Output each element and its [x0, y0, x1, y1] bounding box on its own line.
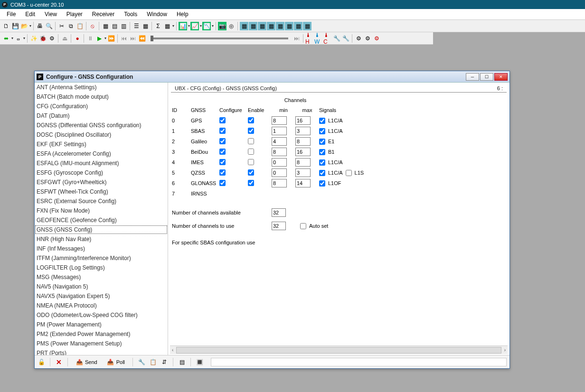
list-item[interactable]: ANT (Antenna Settings)	[35, 83, 168, 92]
list-item[interactable]: ITFM (Jamming/Interference Monitor)	[35, 253, 168, 263]
panel1-icon[interactable]: ▦	[240, 22, 248, 30]
list-item[interactable]: LOGFILTER (Log Settings)	[35, 263, 168, 272]
min-input[interactable]	[272, 158, 287, 167]
menu-window[interactable]: Window	[142, 9, 172, 19]
footer-tool3-icon[interactable]: ⇵	[160, 358, 168, 366]
eject-icon[interactable]: ⏏	[60, 34, 69, 43]
configure-checkbox[interactable]	[219, 117, 226, 123]
list-item[interactable]: BATCH (Batch mode output)	[35, 92, 168, 102]
enable-checkbox[interactable]	[248, 169, 254, 176]
min-input[interactable]	[272, 116, 287, 125]
channels-use-input[interactable]	[272, 222, 286, 230]
configure-checkbox[interactable]	[219, 180, 226, 186]
view1-icon[interactable]: ▦	[101, 22, 110, 30]
poll-button[interactable]: 📥Poll	[104, 357, 128, 367]
signal-checkbox[interactable]	[319, 139, 325, 145]
list-item[interactable]: NAV5 (Navigation 5)	[35, 282, 168, 291]
text-view-icon[interactable]: ☰	[132, 22, 141, 30]
copy-icon[interactable]: ⧉	[66, 22, 75, 30]
list-item[interactable]: ESFALG (IMU-mount Alignment)	[35, 159, 168, 168]
open-icon[interactable]: 📂	[20, 22, 28, 30]
play-icon[interactable]: ▶	[95, 34, 104, 43]
min-input[interactable]	[272, 168, 287, 177]
panel7-icon[interactable]: ▦	[294, 22, 302, 30]
signal-checkbox[interactable]	[319, 170, 325, 176]
enable-checkbox[interactable]	[248, 159, 254, 165]
lock-icon[interactable]: 🔓	[38, 358, 45, 366]
record-icon[interactable]: ●	[73, 34, 82, 43]
cam-icon[interactable]: 📷	[218, 22, 226, 30]
config-list[interactable]: ANT (Antenna Settings)BATCH (Batch mode …	[35, 83, 168, 355]
list-item[interactable]: PRT (Ports)	[35, 348, 168, 355]
delete-button[interactable]: ✕	[55, 358, 63, 366]
max-input[interactable]	[295, 148, 311, 156]
list-item[interactable]: MSG (Messages)	[35, 272, 168, 282]
step-prev-icon[interactable]: ⏮	[120, 34, 128, 43]
list-item[interactable]: DGNSS (Differential GNSS configuration)	[35, 121, 168, 130]
chart3-icon[interactable]: 📉	[202, 22, 211, 30]
enable-checkbox[interactable]	[248, 138, 254, 144]
channels-available-input[interactable]	[272, 208, 286, 217]
baud-icon[interactable]: ⏛	[14, 34, 22, 43]
menu-player[interactable]: Player	[62, 9, 87, 19]
gear1-icon[interactable]: ⚙	[354, 34, 363, 43]
signal-checkbox[interactable]	[319, 149, 325, 155]
list-item[interactable]: ODO (Odometer/Low-Speed COG filter)	[35, 310, 168, 320]
panel6-icon[interactable]: ▦	[285, 22, 293, 30]
max-input[interactable]	[295, 158, 311, 167]
close-button[interactable]: ✕	[494, 73, 508, 81]
panel3-icon[interactable]: ▦	[258, 22, 266, 30]
list-item[interactable]: PM2 (Extended Power Management)	[35, 329, 168, 339]
pause-icon[interactable]: ⏸	[86, 34, 94, 43]
max-input[interactable]	[295, 116, 311, 125]
list-item[interactable]: ESRC (External Source Config)	[35, 196, 168, 206]
chart2-icon[interactable]: 📈	[190, 22, 199, 30]
list-item[interactable]: DAT (Datum)	[35, 111, 168, 121]
gear3-icon[interactable]: ⚙	[372, 34, 381, 43]
signal-checkbox[interactable]	[346, 170, 352, 176]
enable-checkbox[interactable]	[248, 149, 254, 155]
chip1-icon[interactable]: 🔧	[332, 34, 341, 43]
signal-checkbox[interactable]	[319, 118, 325, 124]
footer-tool5-icon[interactable]: 🔳	[196, 358, 203, 366]
list-item[interactable]: DOSC (Disciplined Oscillator)	[35, 130, 168, 140]
panel8-icon[interactable]: ▦	[303, 22, 311, 30]
list-item[interactable]: ESFGWT (Gyro+Wheeltick)	[35, 177, 168, 187]
skip-back-icon[interactable]: ⏪	[138, 34, 146, 43]
table-icon[interactable]: ▦	[163, 22, 171, 30]
dialog-titlebar[interactable]: P Configure - GNSS Configuration ─ ☐ ✕	[35, 71, 510, 83]
panel2-icon[interactable]: ▦	[249, 22, 257, 30]
menu-view[interactable]: View	[40, 9, 62, 19]
list-item[interactable]: NAVX5 (Navigation Expert 5)	[35, 291, 168, 301]
thermo-c-icon[interactable]: 🌡C	[323, 34, 332, 43]
menu-help[interactable]: Help	[172, 9, 193, 19]
min-input[interactable]	[272, 148, 287, 156]
thermo-h-icon[interactable]: 🌡H	[305, 34, 314, 43]
enable-checkbox[interactable]	[248, 128, 254, 134]
target-icon[interactable]: ◎	[227, 22, 236, 30]
max-input[interactable]	[295, 127, 311, 135]
list-item[interactable]: GEOFENCE (Geofence Config)	[35, 215, 168, 225]
menu-file[interactable]: File	[2, 9, 20, 19]
footer-tool2-icon[interactable]: 📋	[149, 358, 157, 366]
min-input[interactable]	[272, 127, 287, 135]
list-item[interactable]: INF (Inf Messages)	[35, 244, 168, 253]
ff-icon[interactable]: ⏩	[107, 34, 115, 43]
view2-icon[interactable]: ▤	[110, 22, 119, 30]
list-item[interactable]: NMEA (NMEA Protocol)	[35, 301, 168, 310]
list-item[interactable]: CFG (Configuration)	[35, 102, 168, 111]
save-icon[interactable]: 💾	[11, 22, 19, 30]
footer-tool4-icon[interactable]: ▤	[178, 358, 186, 366]
skip-end-icon[interactable]: ⏭	[292, 34, 301, 43]
footer-tool1-icon[interactable]: 🔧	[138, 358, 145, 366]
thermo-w-icon[interactable]: 🌡W	[314, 34, 323, 43]
send-button[interactable]: 📤Send	[73, 357, 100, 367]
horizontal-scrollbar[interactable]: ‹›	[170, 345, 508, 354]
list-item[interactable]: PMS (Power Management Setup)	[35, 339, 168, 348]
minimize-button[interactable]: ─	[466, 73, 479, 81]
tool1-icon[interactable]: ⚙	[47, 34, 56, 43]
stop-icon[interactable]: ⦸	[88, 22, 97, 30]
preview-icon[interactable]: 🔍	[45, 22, 53, 30]
configure-checkbox[interactable]	[219, 128, 226, 134]
panel4-icon[interactable]: ▦	[267, 22, 275, 30]
